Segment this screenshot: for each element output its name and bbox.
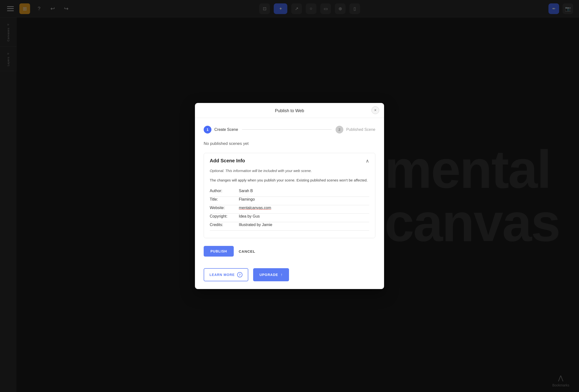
upgrade-button[interactable]: UPGRADE ↑: [253, 268, 289, 281]
title-row: Title: Flamingo: [210, 197, 369, 205]
action-buttons: PUBLISH CANCEL: [204, 246, 375, 257]
website-value: mentalcanvas.com: [239, 206, 369, 212]
bottom-buttons: LEARN MORE ? UPGRADE ↑: [204, 268, 375, 281]
step2-circle: 2: [336, 126, 343, 133]
upgrade-arrow-icon: ↑: [281, 273, 283, 277]
website-label: Website:: [210, 206, 239, 212]
modal-close-button[interactable]: ×: [371, 106, 379, 114]
author-row: Author: Sarah B: [210, 189, 369, 197]
step1-circle: 1: [204, 126, 212, 133]
scene-info-header[interactable]: Add Scene Info ∧: [204, 153, 375, 169]
collapse-button[interactable]: ∧: [366, 158, 369, 164]
scene-info-note: Optional. This information will be inclu…: [210, 169, 369, 173]
modal-overlay: Publish to Web × 1 Create Scene 2 Publis…: [0, 0, 579, 392]
scene-info-description: The changes will apply when you publish …: [210, 178, 369, 183]
credits-value: Illustrated by Jamie: [239, 223, 369, 228]
collapse-icon: ∧: [366, 158, 369, 164]
step2: 2 Published Scene: [336, 126, 375, 133]
step1: 1 Create Scene: [204, 126, 238, 133]
learn-more-help-icon: ?: [237, 272, 242, 278]
credits-row: Credits: Illustrated by Jamie: [210, 223, 369, 231]
cancel-button[interactable]: CANCEL: [239, 249, 255, 253]
publish-modal: Publish to Web × 1 Create Scene 2 Publis…: [195, 103, 384, 289]
step1-label: Create Scene: [214, 127, 238, 132]
scene-info-title: Add Scene Info: [210, 158, 245, 164]
learn-more-button[interactable]: LEARN MORE ?: [204, 268, 248, 281]
copyright-row: Copyright: Idea by Gus: [210, 214, 369, 222]
close-icon: ×: [374, 108, 376, 112]
upgrade-label: UPGRADE: [259, 273, 278, 277]
copyright-label: Copyright:: [210, 214, 239, 220]
author-label: Author:: [210, 189, 239, 195]
modal-body: 1 Create Scene 2 Published Scene No publ…: [195, 118, 384, 289]
modal-header: Publish to Web ×: [195, 103, 384, 118]
modal-title: Publish to Web: [275, 108, 304, 113]
step2-label: Published Scene: [346, 127, 375, 132]
steps-indicator: 1 Create Scene 2 Published Scene: [204, 126, 375, 133]
learn-more-label: LEARN MORE: [210, 273, 235, 277]
scene-info-card: Add Scene Info ∧ Optional. This informat…: [204, 153, 375, 238]
title-label: Title:: [210, 197, 239, 203]
credits-label: Credits:: [210, 223, 239, 228]
scene-info-body: Optional. This information will be inclu…: [204, 169, 375, 238]
website-row: Website: mentalcanvas.com: [210, 206, 369, 214]
copyright-value: Idea by Gus: [239, 214, 369, 220]
publish-button[interactable]: PUBLISH: [204, 246, 234, 257]
author-value: Sarah B: [239, 189, 369, 195]
no-scenes-text: No published scenes yet: [204, 141, 375, 146]
step-connector: [242, 129, 332, 130]
title-value: Flamingo: [239, 197, 369, 203]
